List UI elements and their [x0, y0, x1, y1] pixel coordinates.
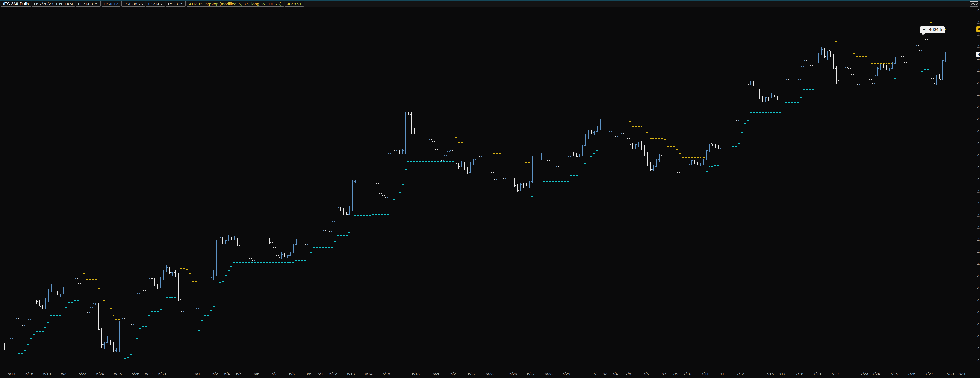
- price-tick-4200: 4200: [977, 298, 980, 303]
- wave-pattern-icon[interactable]: [970, 1, 978, 7]
- date-tick-6-29: 6/29: [563, 372, 570, 376]
- date-tick-5-25: 5/25: [114, 372, 122, 376]
- price-tick-4380: 4380: [977, 189, 980, 194]
- date-tick-6-27: 6/27: [527, 372, 535, 376]
- price-tick-4240: 4240: [977, 274, 980, 279]
- trading-chart-window: /ES 360 D 4hD: 7/28/23, 10:00 AMO: 4608.…: [0, 0, 980, 378]
- date-tick-7-5: 7/5: [626, 372, 631, 376]
- atr-stop-short-dashes: [80, 22, 947, 319]
- price-tick-4320: 4320: [977, 225, 980, 230]
- date-tick-6-12: 6/12: [329, 372, 337, 376]
- price-tick-4520: 4520: [977, 105, 980, 110]
- date-tick-7-4: 7/4: [612, 372, 618, 376]
- date-tick-6-1: 6/1: [195, 372, 200, 376]
- date-tick-7-3: 7/3: [602, 372, 608, 376]
- date-tick-7-10: 7/10: [684, 372, 691, 376]
- date-tick-5-22: 5/22: [61, 372, 68, 376]
- date-tick-6-11: 6/11: [318, 372, 325, 376]
- price-tick-4180: 4180: [977, 310, 980, 315]
- price-axis[interactable]: 4680466046404620460045804560454045204500…: [975, 7, 980, 370]
- date-tick-7-19: 7/19: [813, 372, 821, 376]
- last-price-axis-badge: 4607: [977, 51, 980, 57]
- price-tick-4160: 4160: [977, 322, 980, 327]
- high-price-tooltip-text: Hi: 4634.5: [923, 27, 942, 32]
- date-tick-5-29: 5/29: [145, 372, 153, 376]
- price-tick-4640: 4640: [977, 32, 980, 37]
- price-tick-4260: 4260: [977, 262, 980, 266]
- date-tick-5-19: 5/19: [43, 372, 51, 376]
- date-tick-5-26: 5/26: [132, 372, 139, 376]
- date-tick-7-26: 7/26: [908, 372, 915, 376]
- price-tick-4100: 4100: [977, 358, 980, 363]
- date-tick-7-24: 7/24: [872, 372, 880, 376]
- price-tick-4560: 4560: [977, 81, 980, 86]
- price-tick-4540: 4540: [977, 93, 980, 97]
- date-tick-6-8: 6/8: [289, 372, 294, 376]
- price-tick-4140: 4140: [977, 334, 980, 339]
- date-tick-6-5: 6/5: [236, 372, 242, 376]
- date-tick-6-22: 6/22: [468, 372, 476, 376]
- date-tick-7-30: 7/30: [946, 372, 954, 376]
- price-tick-4680: 4680: [977, 8, 980, 13]
- date-tick-6-13: 6/13: [347, 372, 355, 376]
- price-tick-4300: 4300: [977, 238, 980, 242]
- price-tick-4420: 4420: [977, 165, 980, 170]
- date-tick-6-28: 6/28: [545, 372, 552, 376]
- high-price-tooltip: Hi: 4634.5: [920, 26, 945, 33]
- date-tick-7-13: 7/13: [737, 372, 744, 376]
- price-tick-4660: 4660: [977, 20, 980, 25]
- price-tick-4500: 4500: [977, 116, 980, 122]
- date-tick-7-17: 7/17: [778, 372, 786, 376]
- date-tick-7-11: 7/11: [701, 372, 708, 376]
- date-tick-6-4: 6/4: [224, 372, 230, 376]
- date-tick-6-7: 6/7: [272, 372, 277, 376]
- date-tick-7-20: 7/20: [831, 372, 839, 376]
- price-tick-4360: 4360: [977, 201, 980, 206]
- atr-stop-axis-badge: 4648.91: [977, 26, 980, 32]
- date-tick-6-18: 6/18: [412, 372, 420, 376]
- ohlc-bars-up: [6, 38, 947, 352]
- date-tick-7-16: 7/16: [766, 372, 774, 376]
- time-axis[interactable]: 5/175/185/195/225/235/245/255/265/295/30…: [0, 370, 975, 378]
- date-tick-5-24: 5/24: [96, 372, 104, 376]
- date-tick-7-7: 7/7: [661, 372, 667, 376]
- date-tick-6-6: 6/6: [254, 372, 259, 376]
- price-tick-4400: 4400: [977, 177, 980, 182]
- date-tick-7-25: 7/25: [890, 372, 898, 376]
- price-tick-4580: 4580: [977, 69, 980, 73]
- price-tick-4460: 4460: [977, 141, 980, 146]
- date-tick-5-23: 5/23: [79, 372, 86, 376]
- date-tick-7-9: 7/9: [673, 372, 678, 376]
- date-tick-6-23: 6/23: [486, 372, 493, 376]
- date-tick-5-17: 5/17: [8, 372, 16, 376]
- date-tick-7-18: 7/18: [795, 372, 803, 376]
- atr-stop-long-dashes: [18, 69, 929, 361]
- date-tick-7-2: 7/2: [593, 372, 598, 376]
- price-tick-4440: 4440: [977, 153, 980, 158]
- price-chart-canvas[interactable]: [0, 0, 980, 378]
- price-tick-4480: 4480: [977, 129, 980, 134]
- price-tick-4220: 4220: [977, 285, 980, 291]
- date-tick-6-9: 6/9: [307, 372, 312, 376]
- date-tick-6-2: 6/2: [212, 372, 218, 376]
- date-tick-7-23: 7/23: [861, 372, 868, 376]
- price-tick-4620: 4620: [977, 44, 980, 49]
- date-tick-6-14: 6/14: [365, 372, 372, 376]
- price-tick-4120: 4120: [977, 346, 980, 351]
- date-tick-7-12: 7/12: [719, 372, 727, 376]
- price-tick-4340: 4340: [977, 213, 980, 219]
- date-tick-6-21: 6/21: [450, 372, 458, 376]
- date-tick-7-31: 7/31: [958, 372, 966, 376]
- date-tick-5-18: 5/18: [25, 372, 33, 376]
- date-tick-5-30: 5/30: [158, 372, 166, 376]
- date-tick-6-20: 6/20: [433, 372, 441, 376]
- date-tick-6-15: 6/15: [383, 372, 390, 376]
- ohlc-bars-down: [3, 38, 940, 352]
- price-tick-4280: 4280: [977, 249, 980, 255]
- date-tick-7-6: 7/6: [643, 372, 649, 376]
- date-tick-7-27: 7/27: [926, 372, 933, 376]
- date-tick-6-26: 6/26: [509, 372, 517, 376]
